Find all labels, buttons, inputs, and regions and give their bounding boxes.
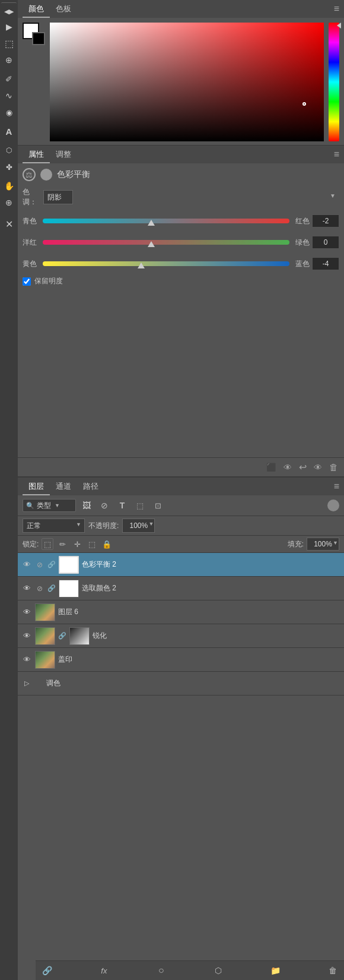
new-group-icon[interactable]: 📁 bbox=[269, 964, 282, 977]
tab-adjustments[interactable]: 调整 bbox=[50, 146, 77, 163]
view-previous-icon[interactable]: 👁 bbox=[284, 463, 292, 472]
new-adjustment-icon[interactable]: ⬡ bbox=[212, 964, 225, 977]
filter-type-label: 类型 bbox=[37, 501, 51, 511]
cyan-red-thumb[interactable] bbox=[148, 220, 155, 226]
layer-visibility-toggle[interactable]: 👁 bbox=[21, 559, 32, 570]
green-label: 绿色 bbox=[292, 238, 310, 248]
prop-header: ⚖ 色彩平衡 bbox=[23, 168, 339, 181]
link-layers-icon[interactable]: 🔗 bbox=[40, 964, 53, 977]
tool-shape[interactable]: ⬡ bbox=[1, 143, 17, 158]
background-color[interactable] bbox=[32, 32, 45, 45]
opacity-label: 不透明度: bbox=[88, 521, 119, 531]
layer-item[interactable]: 👁 ⊘ 🔗 选取颜色 2 bbox=[18, 577, 344, 600]
layer-name: 盖印 bbox=[58, 655, 340, 665]
layers-lock-bar: 锁定: ⬚ ✏ ✛ ⬚ 🔒 填充: ▼ bbox=[18, 536, 344, 553]
tool-brush[interactable]: ∿ bbox=[1, 88, 17, 103]
delete-layer-icon[interactable]: 🗑 bbox=[326, 964, 339, 977]
fill-arrow: ▼ bbox=[333, 540, 338, 546]
lock-position-btn[interactable]: ✛ bbox=[71, 538, 83, 550]
layer-visibility-toggle[interactable]: 👁 bbox=[21, 631, 32, 641]
tool-pen[interactable]: ✐ bbox=[1, 71, 17, 87]
color-panel-menu[interactable]: ≡ bbox=[334, 4, 339, 14]
tab-paths[interactable]: 路径 bbox=[77, 478, 104, 495]
add-fx-icon[interactable]: fx bbox=[97, 964, 110, 977]
properties-panel: 属性 调整 ≡ ⚖ 色彩平衡 色调： 高光 中间调 阴影 bbox=[18, 145, 344, 476]
tool-eyedropper[interactable]: ✤ bbox=[1, 159, 17, 175]
filter-search[interactable]: 🔍 类型 ▼ bbox=[23, 499, 76, 512]
tab-layers[interactable]: 图层 bbox=[23, 478, 50, 495]
layer-item[interactable]: 👁 🔗 锐化 bbox=[18, 624, 344, 648]
filter-icon-circle[interactable] bbox=[327, 500, 339, 511]
cyan-red-slider-container[interactable] bbox=[43, 212, 289, 230]
magenta-label: 洋红 bbox=[23, 238, 40, 248]
tone-select[interactable]: 高光 中间调 阴影 bbox=[43, 190, 73, 204]
layer-visibility-toggle[interactable]: 👁 bbox=[21, 583, 32, 594]
tool-text[interactable]: A bbox=[1, 124, 17, 139]
blue-label: 蓝色 bbox=[292, 259, 310, 269]
fill-value-wrapper: ▼ bbox=[307, 538, 339, 551]
yellow-label: 黄色 bbox=[23, 259, 40, 269]
red-label: 红色 bbox=[292, 216, 310, 226]
cyan-red-value[interactable] bbox=[312, 214, 339, 227]
magenta-green-slider-container[interactable] bbox=[43, 233, 289, 251]
properties-bottom-toolbar: ⬛ 👁 ↩ 👁 🗑 bbox=[18, 457, 344, 476]
layer-thumb bbox=[35, 651, 55, 669]
yellow-blue-slider-container[interactable] bbox=[43, 255, 289, 273]
lock-transparent-btn[interactable]: ⬚ bbox=[42, 538, 53, 550]
fg-bg-colors[interactable] bbox=[23, 23, 45, 45]
picker-cursor bbox=[302, 102, 306, 106]
magenta-green-value[interactable] bbox=[312, 236, 339, 249]
hue-marker bbox=[337, 23, 341, 29]
filter-icon-image[interactable]: 🖼 bbox=[79, 498, 94, 513]
tool-zoom[interactable]: ⊕ bbox=[1, 195, 17, 210]
opacity-input[interactable] bbox=[122, 519, 155, 533]
filter-icon-shape[interactable]: ⬚ bbox=[133, 498, 147, 513]
layer-item[interactable]: 👁 ⊘ 🔗 色彩平衡 2 bbox=[18, 553, 344, 577]
prop-mask-icon bbox=[40, 169, 52, 181]
layer-name: 锐化 bbox=[93, 631, 340, 641]
preserve-luminosity-checkbox[interactable] bbox=[23, 277, 31, 286]
filter-icon-text[interactable]: T bbox=[115, 498, 129, 513]
color-swatches bbox=[23, 23, 45, 45]
properties-tabs: 属性 调整 ≡ bbox=[18, 146, 344, 163]
tool-arrow[interactable]: ▶ bbox=[1, 19, 17, 34]
properties-panel-menu[interactable]: ≡ bbox=[334, 149, 339, 160]
tool-select[interactable]: ⊕ bbox=[1, 52, 17, 68]
delete-icon[interactable]: 🗑 bbox=[329, 462, 338, 472]
blend-mode-select[interactable]: 正常 bbox=[23, 519, 85, 533]
add-mask-icon[interactable]: ○ bbox=[155, 964, 168, 977]
lock-all-btn[interactable]: 🔒 bbox=[101, 538, 113, 550]
magenta-green-thumb[interactable] bbox=[148, 241, 155, 247]
layers-panel-menu[interactable]: ≡ bbox=[334, 481, 339, 492]
hue-slider[interactable] bbox=[329, 23, 339, 141]
layer-name: 调色 bbox=[46, 678, 340, 688]
filter-icon-adjust[interactable]: ⊘ bbox=[97, 498, 112, 513]
lock-pixels-btn[interactable]: ✏ bbox=[56, 538, 68, 550]
layer-visibility-toggle[interactable]: ▷ bbox=[21, 678, 32, 689]
tool-close[interactable]: ✕ bbox=[1, 216, 17, 232]
layer-item[interactable]: 👁 图层 6 bbox=[18, 600, 344, 624]
tool-move[interactable]: ◀▶ bbox=[1, 2, 17, 18]
tool-hand[interactable]: ✋ bbox=[1, 178, 17, 194]
layer-visibility-toggle[interactable]: 👁 bbox=[21, 655, 32, 665]
visibility-icon[interactable]: 👁 bbox=[314, 463, 322, 472]
gradient-picker[interactable] bbox=[50, 23, 324, 141]
layer-item[interactable]: 👁 盖印 bbox=[18, 648, 344, 672]
clip-layer-icon[interactable]: ⬛ bbox=[266, 463, 276, 472]
tool-stamp[interactable]: ◉ bbox=[1, 105, 17, 120]
tab-colors[interactable]: 颜色 bbox=[23, 0, 50, 18]
yellow-blue-value[interactable] bbox=[312, 257, 339, 270]
tab-swatches[interactable]: 色板 bbox=[50, 0, 77, 18]
layer-item[interactable]: ▷ 调色 bbox=[18, 672, 344, 696]
tool-crop[interactable]: ⬚ bbox=[1, 36, 17, 51]
tab-properties[interactable]: 属性 bbox=[23, 146, 50, 163]
lock-artboard-btn[interactable]: ⬚ bbox=[86, 538, 98, 550]
reset-icon[interactable]: ↩ bbox=[299, 461, 307, 473]
color-panel-tabs: 颜色 色板 ≡ bbox=[18, 0, 344, 18]
layer-visibility-toggle[interactable]: 👁 bbox=[21, 607, 32, 618]
filter-icon-smart[interactable]: ⊡ bbox=[151, 498, 165, 513]
yellow-blue-thumb[interactable] bbox=[138, 263, 145, 268]
tab-channels[interactable]: 通道 bbox=[50, 478, 77, 495]
search-icon: 🔍 bbox=[26, 502, 34, 510]
properties-spacer bbox=[18, 291, 344, 457]
